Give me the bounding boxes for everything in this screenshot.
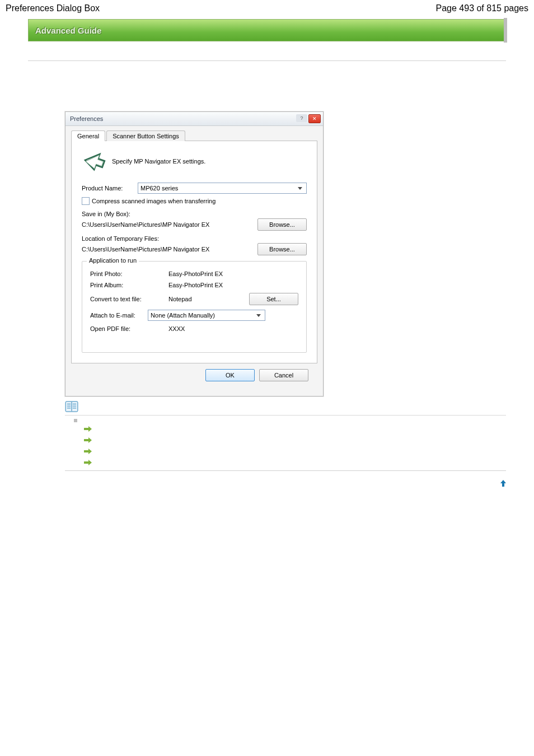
svg-rect-9 xyxy=(84,439,88,441)
app-row-label: Print Album: xyxy=(90,282,168,288)
application-legend: Application to run xyxy=(87,257,139,264)
product-name-value: MP620 series xyxy=(140,185,178,192)
product-name-select[interactable]: MP620 series xyxy=(138,183,307,194)
page-top-link[interactable] xyxy=(500,480,506,488)
right-arrow-icon xyxy=(84,437,534,445)
window-close-icon[interactable]: ✕ xyxy=(308,114,321,123)
attach-email-value: None (Attach Manually) xyxy=(151,312,215,319)
checkbox-icon xyxy=(82,197,90,205)
tab-scanner-button-settings[interactable]: Scanner Button Settings xyxy=(106,130,185,141)
page-counter: Page 493 of 815 pages xyxy=(436,3,528,13)
right-arrow-icon xyxy=(84,448,534,456)
right-arrow-icon xyxy=(84,459,534,467)
svg-rect-8 xyxy=(84,428,88,430)
up-arrow-icon xyxy=(500,480,506,488)
dialog-titlebar: Preferences ? ✕ xyxy=(65,112,323,126)
chevron-down-icon xyxy=(255,311,263,319)
product-name-label: Product Name: xyxy=(82,185,138,192)
cancel-button[interactable]: Cancel xyxy=(259,369,308,381)
application-group: Application to run Print Photo: Easy-Pho… xyxy=(82,261,307,353)
browse-save-button[interactable]: Browse... xyxy=(257,218,307,231)
window-help-icon[interactable]: ? xyxy=(296,114,307,122)
app-row-value: Easy-PhotoPrint EX xyxy=(168,270,254,277)
app-row-label: Convert to text file: xyxy=(90,296,168,302)
temp-files-label: Location of Temporary Files: xyxy=(82,235,307,242)
attach-email-select[interactable]: None (Attach Manually) xyxy=(148,310,265,321)
svg-rect-10 xyxy=(84,450,88,452)
app-row-value: Easy-PhotoPrint EX xyxy=(168,282,254,288)
browse-temp-button[interactable]: Browse... xyxy=(257,243,307,255)
preferences-dialog: Preferences ? ✕ General Scanner Button S… xyxy=(65,111,324,396)
temp-files-path: C:\Users\UserName\Pictures\MP Navigator … xyxy=(82,245,250,254)
guide-banner: Advanced Guide xyxy=(28,19,506,41)
manual-icon xyxy=(65,401,534,414)
right-arrow-icon xyxy=(84,426,534,433)
tab-general[interactable]: General xyxy=(71,130,105,141)
svg-rect-11 xyxy=(84,461,88,464)
app-row-value: XXXX xyxy=(168,325,254,332)
app-row-label: Print Photo: xyxy=(90,270,168,277)
app-row-label: Open PDF file: xyxy=(90,325,168,332)
app-row-value: Notepad xyxy=(168,296,254,302)
scan-arrow-icon xyxy=(82,149,106,174)
guide-banner-text: Advanced Guide xyxy=(35,26,101,35)
compress-label: Compress scanned images when transferrin… xyxy=(92,198,216,204)
ok-button[interactable]: OK xyxy=(205,369,255,381)
app-row-label: Attach to E-mail: xyxy=(90,312,148,319)
compress-checkbox[interactable]: Compress scanned images when transferrin… xyxy=(82,197,307,205)
page-header: Preferences Dialog Box Page 493 of 815 p… xyxy=(0,0,534,16)
chevron-down-icon xyxy=(296,184,304,192)
dialog-intro-text: Specify MP Navigator EX settings. xyxy=(112,158,205,165)
save-in-label: Save in (My Box): xyxy=(82,211,307,217)
save-in-path: C:\Users\UserName\Pictures\MP Navigator … xyxy=(82,220,250,229)
bullet-marker xyxy=(74,419,534,422)
set-button[interactable]: Set... xyxy=(249,293,298,305)
dialog-title: Preferences xyxy=(70,115,103,122)
page-title: Preferences Dialog Box xyxy=(6,3,100,13)
